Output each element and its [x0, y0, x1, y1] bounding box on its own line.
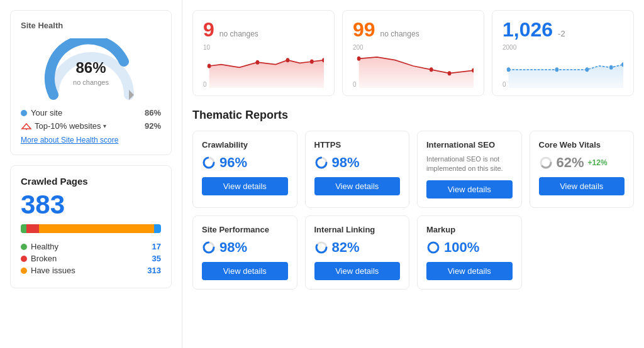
- metric-pages: 1,026 -2 2000 0: [492, 10, 634, 96]
- report-crawlability-name: Crawlability: [202, 140, 288, 150]
- report-markup-score-row: 100%: [426, 239, 513, 256]
- chart-min-warnings: 0: [353, 81, 357, 88]
- crawled-bar: [21, 224, 161, 233]
- report-crawlability-score-row: 96%: [202, 155, 288, 171]
- stat-healthy: Healthy 17: [21, 242, 161, 251]
- report-linking-name: Internal Linking: [314, 225, 401, 234]
- chart-max-warnings: 200: [353, 44, 364, 51]
- report-cwv-delta: +12%: [588, 158, 608, 167]
- crawled-pages-title: Crawled Pages: [21, 176, 161, 187]
- donut-crawlability: [202, 156, 216, 170]
- val-issues: 313: [147, 266, 161, 275]
- mini-chart-errors: 10 0: [203, 44, 324, 88]
- report-https-score: 98%: [332, 155, 360, 171]
- sidebar: Site Health 86% no changes: [0, 0, 182, 348]
- svg-point-17: [586, 67, 589, 72]
- your-site-dot: [21, 110, 27, 116]
- val-healthy: 17: [152, 242, 161, 251]
- report-markup-score: 100%: [444, 239, 479, 256]
- top10-value: 92%: [145, 121, 161, 131]
- label-healthy: Healthy: [31, 242, 58, 251]
- report-intl-seo-note: International SEO is not implemented on …: [426, 155, 513, 174]
- svg-point-11: [430, 67, 433, 72]
- report-site-performance: Site Performance 98% View details: [192, 215, 297, 290]
- chart-svg-pages: [502, 44, 623, 88]
- stat-broken: Broken 35: [21, 254, 161, 263]
- top10-chevron[interactable]: ▾: [103, 122, 106, 129]
- gauge-center-text: 86% no changes: [73, 59, 109, 87]
- your-site-legend: Your site 86%: [21, 108, 161, 117]
- chart-max-errors: 10: [203, 44, 210, 51]
- thematic-reports-title: Thematic Reports: [192, 109, 634, 122]
- dot-issues: [21, 268, 27, 274]
- gauge-container: 86% no changes: [21, 35, 161, 104]
- donut-perf: [202, 241, 216, 254]
- report-markup-name: Markup: [426, 225, 513, 234]
- view-details-markup[interactable]: View details: [426, 262, 513, 280]
- report-cwv-score-row: 62% +12%: [539, 155, 625, 171]
- report-crawlability: Crawlability 96% View details: [192, 131, 297, 208]
- report-internal-linking: Internal Linking 82% View details: [305, 215, 410, 290]
- report-linking-score: 82%: [332, 239, 360, 256]
- metrics-row: 9 no changes 10 0: [192, 10, 634, 96]
- report-perf-score: 98%: [219, 239, 247, 256]
- stat-issues: Have issues 313: [21, 266, 161, 275]
- bar-issues: [39, 224, 154, 233]
- report-international-seo: International SEO International SEO is n…: [417, 131, 522, 208]
- top10-icon: [21, 122, 32, 130]
- site-health-title: Site Health: [21, 21, 161, 30]
- crawled-pages-total: 383: [21, 192, 161, 218]
- chart-max-pages: 2000: [502, 44, 516, 51]
- site-health-card: Site Health 86% no changes: [10, 10, 172, 155]
- report-linking-score-row: 82%: [314, 239, 401, 256]
- your-site-label: Your site: [21, 108, 62, 117]
- top10-legend: Top-10% websites ▾ 92%: [21, 121, 161, 131]
- svg-point-10: [357, 57, 361, 61]
- view-details-cwv[interactable]: View details: [539, 177, 625, 195]
- more-about-score-link[interactable]: More about Site Health score: [21, 136, 118, 144]
- view-details-https[interactable]: View details: [314, 177, 401, 195]
- metric-errors: 9 no changes 10 0: [192, 10, 335, 96]
- svg-point-30: [428, 242, 438, 253]
- metric-warnings-number: 99: [353, 18, 375, 41]
- svg-point-6: [286, 58, 290, 62]
- metric-pages-delta: -2: [558, 29, 565, 38]
- report-https-score-row: 98%: [314, 155, 401, 171]
- report-perf-score-row: 98%: [202, 239, 288, 256]
- dot-broken: [21, 256, 27, 262]
- reports-grid: Crawlability 96% View details HTTPS: [192, 131, 634, 290]
- donut-https: [314, 156, 328, 170]
- chart-svg-warnings: [353, 44, 474, 88]
- report-markup: Markup 100% View details: [417, 215, 522, 290]
- label-broken: Broken: [31, 254, 57, 263]
- crawled-pages-card: Crawled Pages 383 Healthy 17 Broken: [10, 165, 172, 288]
- bar-other: [154, 224, 161, 233]
- report-crawlability-score: 96%: [219, 155, 247, 171]
- report-perf-name: Site Performance: [202, 225, 288, 234]
- svg-point-18: [609, 65, 613, 70]
- report-https-name: HTTPS: [314, 140, 401, 150]
- view-details-linking[interactable]: View details: [314, 262, 401, 280]
- report-cwv-name: Core Web Vitals: [539, 140, 625, 150]
- svg-marker-14: [509, 65, 623, 88]
- report-intl-seo-name: International SEO: [426, 140, 513, 150]
- svg-point-7: [310, 60, 314, 64]
- your-site-value: 86%: [145, 108, 161, 117]
- bar-healthy: [21, 224, 26, 233]
- chart-svg-errors: [203, 44, 324, 88]
- report-core-web-vitals: Core Web Vitals 62% +12% View details: [530, 131, 635, 208]
- svg-point-4: [208, 64, 211, 68]
- view-details-perf[interactable]: View details: [202, 262, 288, 280]
- donut-linking: [314, 241, 328, 254]
- gauge-no-changes: no changes: [73, 79, 109, 86]
- metric-errors-label: no changes: [219, 30, 258, 38]
- view-details-intl-seo[interactable]: View details: [426, 180, 513, 198]
- svg-point-15: [507, 67, 511, 72]
- chart-min-pages: 0: [502, 81, 506, 88]
- metric-errors-number: 9: [203, 18, 214, 41]
- top10-label: Top-10% websites ▾: [21, 121, 106, 131]
- mini-chart-warnings: 200 0: [353, 44, 474, 88]
- val-broken: 35: [152, 254, 161, 263]
- metric-warnings: 99 no changes 200 0: [342, 10, 484, 96]
- view-details-crawlability[interactable]: View details: [202, 177, 288, 195]
